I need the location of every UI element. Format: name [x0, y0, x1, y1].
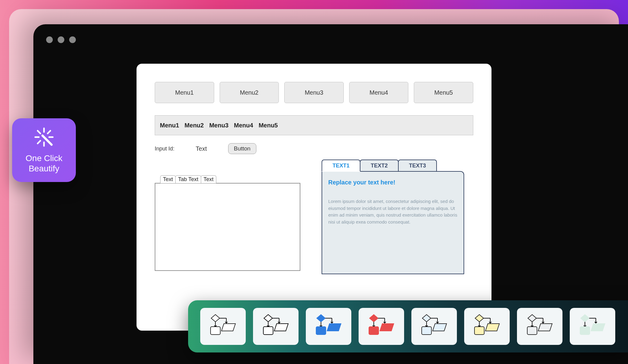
menu-button-4[interactable]: Menu4	[349, 82, 409, 103]
svg-marker-33	[422, 315, 431, 322]
left-tab-3[interactable]: Text	[201, 175, 216, 183]
right-tab-1[interactable]: TEXT1	[322, 160, 360, 172]
flowchart-icon	[523, 312, 556, 341]
wireframe-canvas: Menu1 Menu2 Menu3 Menu4 Menu5 Menu1 Menu…	[137, 64, 491, 331]
svg-rect-29	[369, 327, 379, 335]
svg-rect-47	[527, 327, 537, 335]
theme-card-light-blue[interactable]	[411, 308, 457, 345]
right-tab-content: Replace your text here! Lorem ipsum dolo…	[322, 171, 464, 274]
theme-tray	[188, 300, 628, 352]
svg-marker-50	[538, 324, 552, 331]
svg-rect-17	[263, 327, 273, 335]
svg-rect-53	[580, 327, 590, 335]
window-controls	[46, 36, 76, 43]
left-tab-2[interactable]: Tab Text	[175, 175, 201, 183]
flowchart-icon	[206, 312, 240, 341]
menu-bar: Menu1 Menu2 Menu3 Menu4 Menu5	[155, 115, 473, 135]
flowchart-icon	[312, 312, 345, 341]
svg-rect-11	[211, 327, 220, 335]
window-maximize-icon[interactable]	[69, 36, 76, 43]
right-tabs-panel: TEXT1 TEXT2 TEXT3 Replace your text here…	[322, 160, 464, 274]
left-tabs: Text Tab Text Text	[160, 175, 300, 183]
menu-bar-item-4[interactable]: Menu4	[234, 122, 253, 129]
svg-marker-9	[211, 315, 220, 322]
menu-button-2[interactable]: Menu2	[220, 82, 279, 103]
left-tab-content	[155, 183, 300, 271]
flowchart-icon	[259, 312, 292, 341]
menu-button-3[interactable]: Menu3	[284, 82, 344, 103]
menu-bar-item-1[interactable]: Menu1	[160, 122, 179, 129]
svg-marker-44	[485, 324, 499, 331]
menu-bar-item-2[interactable]: Menu2	[184, 122, 204, 129]
theme-card-light-gray[interactable]	[517, 308, 562, 345]
flowchart-icon	[417, 312, 451, 341]
svg-rect-35	[422, 327, 431, 335]
svg-rect-41	[474, 327, 484, 335]
svg-rect-23	[316, 327, 326, 335]
svg-marker-27	[370, 315, 378, 322]
right-panel-heading: Replace your text here!	[328, 179, 457, 186]
menu-button-1[interactable]: Menu1	[155, 82, 214, 103]
one-click-beautify-badge[interactable]: One Click Beautify	[12, 118, 76, 182]
theme-card-light-yellow[interactable]	[464, 308, 510, 345]
svg-marker-26	[327, 324, 341, 331]
theme-card-blue[interactable]	[306, 308, 351, 345]
svg-marker-32	[380, 324, 394, 331]
right-tab-3[interactable]: TEXT3	[398, 160, 437, 172]
theme-card-default-white[interactable]	[200, 308, 246, 345]
input-id-field[interactable]: Text	[196, 145, 207, 152]
svg-marker-21	[317, 315, 325, 322]
panels-row: Text Tab Text Text TEXT1 TEXT2 TEXT3 Rep…	[155, 175, 473, 290]
form-button[interactable]: Button	[228, 143, 256, 154]
svg-marker-38	[433, 324, 447, 331]
window-minimize-icon[interactable]	[58, 36, 64, 43]
menu-button-5[interactable]: Menu5	[414, 82, 473, 103]
svg-marker-45	[528, 315, 536, 322]
left-tabs-panel: Text Tab Text Text	[155, 175, 300, 271]
svg-marker-20	[274, 324, 288, 331]
svg-line-6	[48, 131, 50, 133]
menu-buttons-row: Menu1 Menu2 Menu3 Menu4 Menu5	[155, 82, 473, 103]
svg-marker-39	[475, 315, 484, 322]
flowchart-icon	[470, 312, 504, 341]
svg-marker-51	[581, 315, 589, 322]
right-tab-2[interactable]: TEXT2	[360, 160, 399, 172]
svg-marker-15	[264, 315, 272, 322]
window-close-icon[interactable]	[46, 36, 53, 43]
beautify-label-line2: Beautify	[29, 163, 59, 174]
theme-card-light-teal[interactable]	[570, 308, 615, 345]
svg-marker-56	[591, 324, 605, 331]
theme-card-red[interactable]	[359, 308, 404, 345]
svg-marker-14	[221, 324, 235, 331]
left-tab-1[interactable]: Text	[160, 175, 176, 183]
flowchart-icon	[576, 312, 609, 341]
right-tabs: TEXT1 TEXT2 TEXT3	[322, 160, 464, 172]
input-id-label: Input Id:	[155, 146, 174, 152]
theme-card-outline-black[interactable]	[253, 308, 299, 345]
beautify-label-line1: One Click	[25, 153, 62, 163]
flowchart-icon	[365, 312, 398, 341]
menu-bar-item-5[interactable]: Menu5	[258, 122, 278, 129]
right-panel-body: Lorem ipsum dolor sit amet, consectetur …	[328, 198, 457, 225]
svg-line-4	[38, 131, 40, 133]
svg-line-7	[38, 141, 40, 143]
menu-bar-item-3[interactable]: Menu3	[209, 122, 228, 129]
sparkle-icon	[33, 126, 55, 149]
input-form-row: Input Id: Text Button	[155, 143, 473, 154]
